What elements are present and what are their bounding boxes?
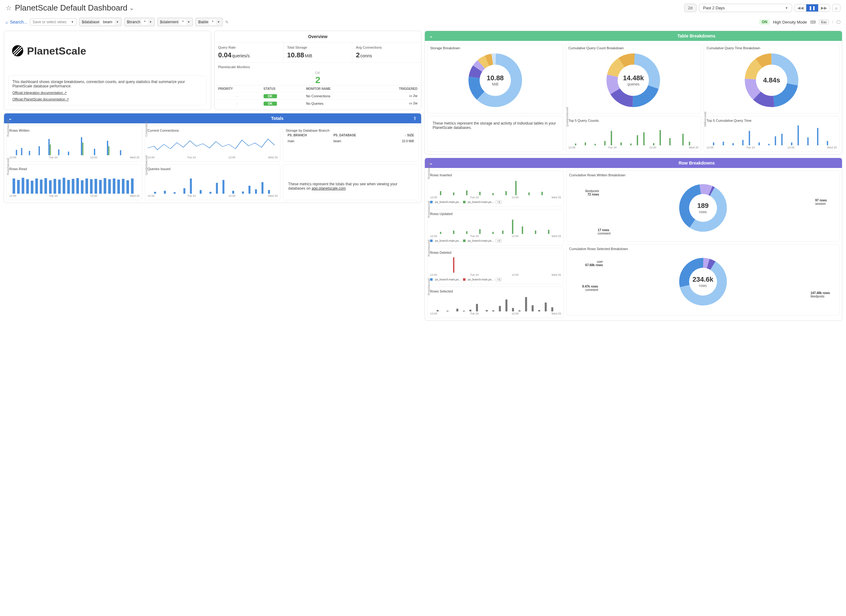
svg-rect-27 <box>67 180 70 194</box>
svg-rect-42 <box>154 192 156 194</box>
storage-breakdown-donut[interactable]: Storage Breakdown 10.88MiB <box>427 43 563 113</box>
totals-header[interactable]: ⌄ Totals ⇪ <box>4 113 421 123</box>
share-icon[interactable]: ⇪ <box>413 116 417 121</box>
storage-by-branch-table[interactable]: Storage by Database Branch PS_BRANCHPS_D… <box>283 126 419 162</box>
svg-rect-131 <box>493 311 494 311</box>
top5-query-counts-chart[interactable]: Top 5 Query Counts Queries/second 12:00T… <box>566 116 702 152</box>
planetscale-logo-icon <box>12 45 24 57</box>
keyboard-icon[interactable]: ⌨ <box>810 20 816 25</box>
svg-rect-98 <box>781 134 783 145</box>
svg-rect-13 <box>82 142 84 155</box>
rows-inserted-chart[interactable]: Rows Inserted Rows/second 12:00Tue 2412:… <box>427 170 564 207</box>
var-branch[interactable]: $branch * ▼ <box>124 18 155 26</box>
zoom-button[interactable]: ⌕ <box>832 4 840 12</box>
calendar-icon: ▭ <box>409 94 412 98</box>
rows-read-chart[interactable]: Rows Read Rows/second 12:00Tue 2412:00We… <box>6 164 142 200</box>
svg-rect-11 <box>120 150 121 155</box>
svg-rect-97 <box>775 136 776 145</box>
svg-rect-5 <box>49 139 50 155</box>
svg-rect-43 <box>164 191 166 194</box>
svg-rect-106 <box>466 191 467 195</box>
svg-rect-137 <box>531 305 533 311</box>
table-breakdowns-header[interactable]: ⌄ Table Breakdowns <box>425 31 842 41</box>
esc-key: Esc <box>819 19 829 25</box>
var-statement[interactable]: $statement * ▼ <box>157 18 193 26</box>
search-input[interactable]: ⌕ Search... <box>6 19 27 25</box>
overview-panel: Overview Query Rate 0.04queries/s Total … <box>214 31 422 110</box>
rows-selected-chart[interactable]: Rows Selected Rows/second 12:00Tue 2412:… <box>427 287 564 318</box>
table-row[interactable]: - OK No Connections ▭ 2w <box>215 92 421 100</box>
time-range-select[interactable]: Past 2 Days ▼ <box>699 4 792 12</box>
edit-icon[interactable]: ✎ <box>225 20 228 25</box>
planetscale-doc-link[interactable]: Official PlanetScale documentation ↗ <box>12 97 203 101</box>
svg-rect-107 <box>479 192 480 195</box>
svg-rect-18 <box>26 179 29 194</box>
monitor-icon[interactable]: 🖵 <box>836 20 840 25</box>
svg-rect-48 <box>209 192 211 194</box>
rows-written-chart[interactable]: Rows Written Rows/second 12:00Tue 2412:0… <box>6 126 142 162</box>
table-row[interactable]: mainbeam10.9 MiB <box>285 138 416 144</box>
playback-controls: ◀◀ ❚❚ ▶▶ <box>795 4 830 12</box>
svg-rect-39 <box>122 179 124 194</box>
svg-rect-14 <box>108 146 109 155</box>
favorite-star-icon[interactable]: ☆ <box>6 4 12 12</box>
svg-rect-102 <box>817 128 818 145</box>
svg-rect-128 <box>469 310 471 312</box>
svg-rect-38 <box>117 180 120 194</box>
row-breakdowns-header[interactable]: ⌄ Row Breakdowns <box>425 158 842 168</box>
title-chevron-icon[interactable]: ⌄ <box>129 4 134 12</box>
svg-rect-77 <box>584 142 586 145</box>
calendar-icon: ▭ <box>409 101 412 105</box>
top5-query-time-chart[interactable]: Top 5 Cumulative Query Time Milliseconds… <box>704 116 840 152</box>
svg-rect-29 <box>76 178 79 194</box>
query-time-donut[interactable]: Cumulative Query Time Breakdown 4.84s <box>704 43 840 113</box>
svg-rect-82 <box>630 144 631 145</box>
chevron-down-icon: ⌄ <box>429 34 433 38</box>
density-label[interactable]: High Density Mode <box>773 20 807 25</box>
svg-rect-135 <box>518 311 520 311</box>
svg-rect-136 <box>525 297 527 311</box>
svg-rect-56 <box>268 190 270 194</box>
integration-doc-link[interactable]: Official integration documentation ↗ <box>12 91 203 95</box>
queries-issued-chart[interactable]: Queries Issued Queries/second 12:00Tue 2… <box>145 164 281 200</box>
svg-rect-88 <box>682 134 684 145</box>
var-table[interactable]: $table * ▼ <box>196 18 223 26</box>
svg-rect-110 <box>515 181 516 195</box>
svg-rect-40 <box>127 180 129 194</box>
forward-button[interactable]: ▶▶ <box>818 4 830 12</box>
chevron-down-icon: ▼ <box>785 6 788 10</box>
svg-rect-46 <box>190 179 192 194</box>
svg-rect-112 <box>541 192 543 195</box>
svg-rect-85 <box>653 143 654 145</box>
rewind-button[interactable]: ◀◀ <box>795 4 806 12</box>
rows-updated-chart[interactable]: Rows Updated Rows/second 12:00Tue 2412:0… <box>427 209 564 245</box>
current-connections-chart[interactable]: Current Connections Connections 12:00Tue… <box>145 126 281 162</box>
var-database[interactable]: $database beam ▼ <box>79 18 122 26</box>
svg-rect-132 <box>499 306 501 311</box>
rows-selected-donut[interactable]: Cumulative Rows Selected Breakdown 234.6… <box>566 244 840 315</box>
svg-rect-6 <box>58 150 59 155</box>
svg-rect-83 <box>637 135 638 145</box>
svg-rect-91 <box>723 142 724 145</box>
table-row[interactable]: - OK No Queries ▭ 2w <box>215 100 421 107</box>
svg-rect-117 <box>493 232 494 234</box>
svg-rect-118 <box>502 230 503 234</box>
svg-rect-129 <box>476 304 478 311</box>
svg-rect-55 <box>262 182 263 194</box>
search-icon: ⌕ <box>6 19 8 25</box>
app-link[interactable]: app.planetscale.com <box>312 186 346 191</box>
svg-rect-25 <box>58 180 60 194</box>
query-count-donut[interactable]: Cumulative Query Count Breakdown 14.48kq… <box>566 43 702 113</box>
svg-rect-24 <box>54 179 56 194</box>
svg-rect-95 <box>759 142 760 145</box>
svg-rect-36 <box>108 179 111 194</box>
views-select[interactable]: Save or select views ▼ <box>30 18 77 26</box>
rows-deleted-chart[interactable]: Rows Deleted Rows/second 12:00Tue 2412:0… <box>427 248 564 284</box>
time-range-badge[interactable]: 2d <box>684 4 696 12</box>
svg-rect-119 <box>512 220 513 234</box>
pause-button[interactable]: ❚❚ <box>806 4 818 12</box>
rows-written-donut[interactable]: Cumulative Rows Written Breakdown 189row… <box>566 170 840 242</box>
svg-rect-51 <box>232 191 234 194</box>
totals-note: These metrics represent the totals that … <box>283 164 419 200</box>
planetscale-logo: PlanetScale <box>8 35 206 76</box>
